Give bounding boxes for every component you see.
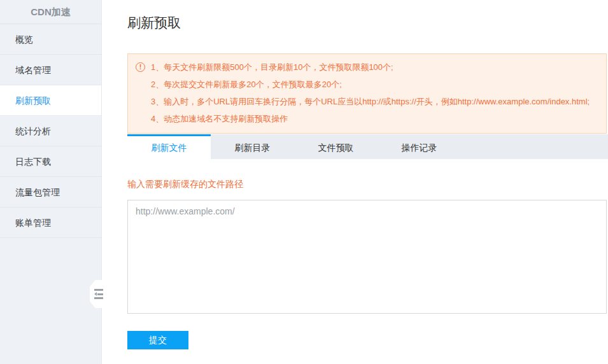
tab-file-prefetch[interactable]: 文件预取 [294,134,378,159]
sidebar-title: CDN加速 [0,0,101,24]
sidebar-item-refresh-prefetch[interactable]: 刷新预取 [0,85,101,116]
sidebar-item-domain-management[interactable]: 域名管理 [0,55,101,85]
file-path-label: 输入需要刷新缓存的文件路径 [127,179,243,190]
sidebar-item-log-download[interactable]: 日志下载 [0,146,101,177]
warning-circle-icon: ! [136,62,145,72]
sidebar-item-overview[interactable]: 概览 [0,24,101,55]
sidebar-collapse-toggle[interactable] [90,280,107,308]
notice-banner: ! 1、每天文件刷新限额500个，目录刷新10个，文件预取限额100个; 2、每… [127,53,607,134]
notice-line: 1、每天文件刷新限额500个，目录刷新10个，文件预取限额100个; [151,59,597,76]
file-path-textarea[interactable] [127,200,607,314]
tab-bar: 刷新文件 刷新目录 文件预取 操作记录 [127,134,608,159]
collapse-menu-icon [94,288,103,300]
tab-refresh-file[interactable]: 刷新文件 [127,134,211,159]
notice-line: 3、输入时，多个URL请用回车换行分隔，每个URL应当以http://或http… [151,93,597,110]
notice-line: 4、动态加速域名不支持刷新预取操作 [151,110,597,127]
sidebar-item-billing[interactable]: 账单管理 [0,207,101,238]
tab-operation-records[interactable]: 操作记录 [378,134,461,159]
tab-refresh-directory[interactable]: 刷新目录 [211,134,294,159]
submit-button[interactable]: 提交 [127,331,188,349]
notice-line: 2、每次提交文件刷新最多20个，文件预取最多20个; [151,76,597,93]
main-content: 刷新预取 ! 1、每天文件刷新限额500个，目录刷新10个，文件预取限额100个… [102,0,608,364]
sidebar: CDN加速 概览 域名管理 刷新预取 统计分析 日志下载 流量包管理 账单管理 [0,0,102,364]
page-title: 刷新预取 [127,14,181,32]
sidebar-item-statistics[interactable]: 统计分析 [0,116,101,146]
sidebar-item-traffic-package[interactable]: 流量包管理 [0,177,101,207]
